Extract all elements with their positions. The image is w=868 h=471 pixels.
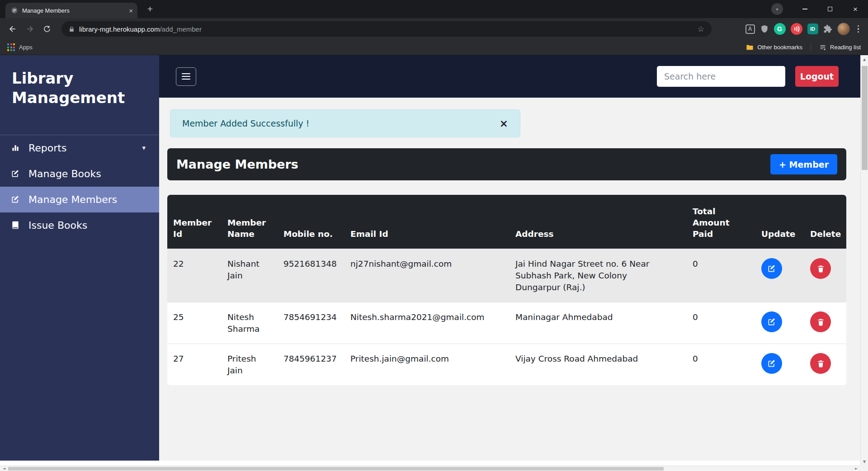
- pencil-square-icon: [767, 359, 776, 368]
- forward-icon[interactable]: [22, 21, 38, 37]
- cell-delete: [804, 249, 846, 302]
- cell-address: Jai Hind Nagar Street no. 6 Near Subhash…: [509, 249, 687, 302]
- folder-icon: [746, 43, 754, 51]
- cell-member-id: 25: [167, 302, 222, 344]
- members-table: Member IdMember NameMobile no.Email IdAd…: [167, 195, 846, 385]
- address-bar[interactable]: library-mgt.herokuapp.com/add_member ☆: [61, 21, 712, 37]
- extensions-puzzle-icon[interactable]: [823, 24, 832, 33]
- minimize-button[interactable]: [792, 0, 817, 18]
- members-table-card: Member IdMember NameMobile no.Email IdAd…: [167, 195, 846, 385]
- close-button[interactable]: ×: [843, 0, 868, 18]
- panel-header: Manage Members + Member: [167, 148, 846, 180]
- cell-mobile: 7845961237: [278, 344, 344, 385]
- lock-icon: [69, 26, 75, 32]
- translate-icon[interactable]: A: [745, 24, 755, 34]
- scroll-left-icon[interactable]: ◄: [0, 466, 8, 471]
- new-tab-button[interactable]: +: [144, 3, 156, 15]
- horizontal-scroll-thumb[interactable]: [8, 467, 664, 471]
- shield-extension-icon[interactable]: [760, 24, 769, 33]
- url-path: /add_member: [160, 25, 202, 33]
- column-header-member-id: Member Id: [167, 195, 222, 249]
- column-header-delete: Delete: [804, 195, 846, 249]
- chevron-down-icon: ▾: [142, 144, 146, 152]
- column-header-total-amount-paid: Total Amount Paid: [687, 195, 755, 249]
- sidebar-item-label: Issue Books: [28, 220, 87, 231]
- column-header-email-id: Email Id: [344, 195, 509, 249]
- cell-update: [755, 344, 804, 385]
- other-bookmarks-label[interactable]: Other bookmarks: [757, 44, 802, 51]
- table-header-row: Member IdMember NameMobile no.Email IdAd…: [167, 195, 846, 249]
- success-alert: Member Added Successfully ! ×: [170, 109, 520, 137]
- back-icon[interactable]: [5, 21, 21, 37]
- browser-tab[interactable]: Manage Members ×: [5, 3, 137, 18]
- update-button[interactable]: [761, 311, 782, 332]
- sidebar-item-issue-books[interactable]: Issue Books: [0, 212, 159, 238]
- tab-search-icon[interactable]: ▾: [771, 3, 783, 15]
- content-area: Member Added Successfully ! × Manage Mem…: [159, 98, 860, 385]
- sidebar: Library Management Reports▾Manage BooksM…: [0, 55, 159, 461]
- horizontal-scrollbar[interactable]: ◄ ►: [0, 466, 860, 471]
- delete-button[interactable]: [810, 353, 831, 374]
- url-text: library-mgt.herokuapp.com/add_member: [79, 25, 202, 33]
- cell-mobile: 7854691234: [278, 302, 344, 344]
- grammarly-extension-icon[interactable]: G: [774, 23, 786, 35]
- page-viewport: Library Management Reports▾Manage BooksM…: [0, 55, 868, 471]
- sidebar-item-label: Manage Members: [28, 194, 117, 205]
- profile-avatar[interactable]: [837, 23, 850, 35]
- cell-address: Vijay Cross Road Ahmedabad: [509, 344, 687, 385]
- alert-message: Member Added Successfully !: [182, 118, 309, 128]
- pencil-square-icon: [767, 317, 776, 326]
- trash-icon: [816, 318, 825, 326]
- cell-mobile: 9521681348: [278, 249, 344, 302]
- hamburger-button[interactable]: [176, 67, 196, 86]
- browser-menu-icon[interactable]: [855, 24, 862, 35]
- cell-member-name: Nitesh Sharma: [222, 302, 278, 344]
- cell-update: [755, 302, 804, 344]
- alert-close-icon[interactable]: ×: [500, 118, 508, 129]
- delete-button[interactable]: [810, 258, 831, 279]
- url-host: library-mgt.herokuapp.com: [79, 25, 160, 33]
- cell-member-id: 27: [167, 344, 222, 385]
- refresh-icon[interactable]: [39, 21, 55, 37]
- scroll-up-icon[interactable]: ▲: [861, 56, 868, 63]
- update-button[interactable]: [761, 353, 782, 374]
- sidebar-item-label: Manage Books: [28, 168, 101, 179]
- delete-button[interactable]: [810, 311, 831, 332]
- cell-member-id: 22: [167, 249, 222, 302]
- sidebar-item-manage-books[interactable]: Manage Books: [0, 161, 159, 187]
- tab-close-icon[interactable]: ×: [129, 7, 133, 14]
- apps-label[interactable]: Apps: [19, 44, 33, 51]
- vertical-scroll-thumb[interactable]: [862, 66, 868, 170]
- logout-button[interactable]: Logout: [795, 66, 839, 87]
- cell-delete: [804, 302, 846, 344]
- bookmark-star-icon[interactable]: ☆: [698, 24, 704, 34]
- column-header-member-name: Member Name: [222, 195, 278, 249]
- reading-list-icon: [819, 44, 826, 51]
- main-area: Logout Member Added Successfully ! × Man…: [159, 55, 860, 461]
- search-input[interactable]: [657, 66, 785, 87]
- browser-tab-bar: Manage Members × + ▾ ×: [0, 0, 868, 18]
- browser-toolbar: library-mgt.herokuapp.com/add_member ☆ A…: [0, 18, 868, 40]
- reading-list-label[interactable]: Reading list: [830, 44, 861, 51]
- maximize-button[interactable]: [817, 0, 843, 18]
- vertical-scrollbar[interactable]: ▲ ▼: [860, 55, 868, 466]
- bookmarks-divider: [811, 43, 811, 51]
- cell-address: Maninagar Ahmedabad: [509, 302, 687, 344]
- apps-grid-icon[interactable]: [7, 43, 15, 51]
- site-favicon: [11, 7, 18, 14]
- edit-icon: [9, 195, 22, 204]
- scroll-right-icon[interactable]: ►: [853, 466, 860, 471]
- sidebar-item-manage-members[interactable]: Manage Members: [0, 187, 159, 212]
- update-button[interactable]: [761, 258, 782, 279]
- column-header-mobile-no-: Mobile no.: [278, 195, 344, 249]
- scroll-down-icon[interactable]: ▼: [861, 458, 868, 465]
- idm-extension-icon[interactable]: ID: [807, 24, 818, 34]
- edit-icon: [9, 169, 22, 178]
- cell-total-paid: 0: [687, 344, 755, 385]
- cell-email: nj27nishant@gmail.com: [344, 249, 509, 302]
- trash-icon: [816, 359, 825, 368]
- sound-extension-icon[interactable]: [791, 23, 802, 35]
- scrollbar-corner: [860, 466, 868, 471]
- sidebar-item-reports[interactable]: Reports▾: [0, 135, 159, 161]
- add-member-button[interactable]: + Member: [770, 154, 837, 174]
